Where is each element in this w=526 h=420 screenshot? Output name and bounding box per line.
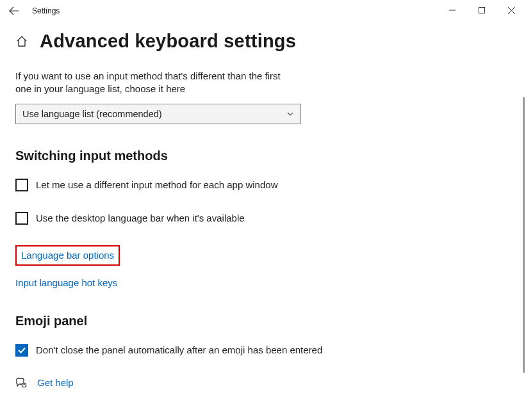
checkbox-unchecked-icon: [15, 212, 28, 225]
input-method-select[interactable]: Use language list (recommended): [15, 104, 301, 124]
content-area: Advanced keyboard settings If you want t…: [0, 22, 526, 420]
maximize-button[interactable]: [467, 0, 497, 20]
minimize-icon: [449, 7, 456, 13]
checkbox-per-app-window[interactable]: Let me use a different input method for …: [15, 179, 511, 191]
app-name: Settings: [32, 6, 60, 15]
scrollbar[interactable]: [523, 97, 525, 373]
emoji-heading: Emoji panel: [15, 314, 511, 328]
close-icon: [508, 7, 515, 14]
window-controls: [438, 0, 526, 20]
title-bar: Settings: [0, 0, 526, 22]
svg-rect-1: [479, 8, 485, 13]
get-help-row[interactable]: Get help: [15, 377, 511, 389]
home-icon[interactable]: [15, 35, 28, 48]
close-button[interactable]: [497, 0, 526, 20]
back-button[interactable]: [0, 0, 28, 22]
checkbox-label: Don't close the panel automatically afte…: [36, 344, 322, 355]
minimize-button[interactable]: [438, 0, 467, 20]
get-help-link[interactable]: Get help: [37, 377, 74, 388]
help-icon: [15, 377, 27, 389]
page-title: Advanced keyboard settings: [40, 31, 296, 52]
checkbox-checked-icon: [15, 344, 28, 357]
input-language-hotkeys-link[interactable]: Input language hot keys: [15, 277, 117, 288]
language-bar-options-link[interactable]: Language bar options: [21, 250, 114, 261]
maximize-icon: [479, 7, 485, 13]
checkbox-label: Use the desktop language bar when it's a…: [36, 213, 245, 223]
arrow-left-icon: [9, 6, 19, 16]
highlight-annotation: Language bar options: [15, 245, 120, 266]
checkbox-unchecked-icon: [15, 179, 28, 191]
page-heading-row: Advanced keyboard settings: [15, 31, 511, 52]
checkbox-emoji-panel[interactable]: Don't close the panel automatically afte…: [15, 344, 511, 357]
select-value: Use language list (recommended): [22, 109, 162, 119]
chevron-down-icon: [286, 110, 294, 118]
checkbox-desktop-language-bar[interactable]: Use the desktop language bar when it's a…: [15, 212, 511, 225]
checkbox-label: Let me use a different input method for …: [36, 179, 277, 190]
switching-heading: Switching input methods: [15, 149, 511, 163]
intro-text: If you want to use an input method that'…: [15, 70, 297, 96]
